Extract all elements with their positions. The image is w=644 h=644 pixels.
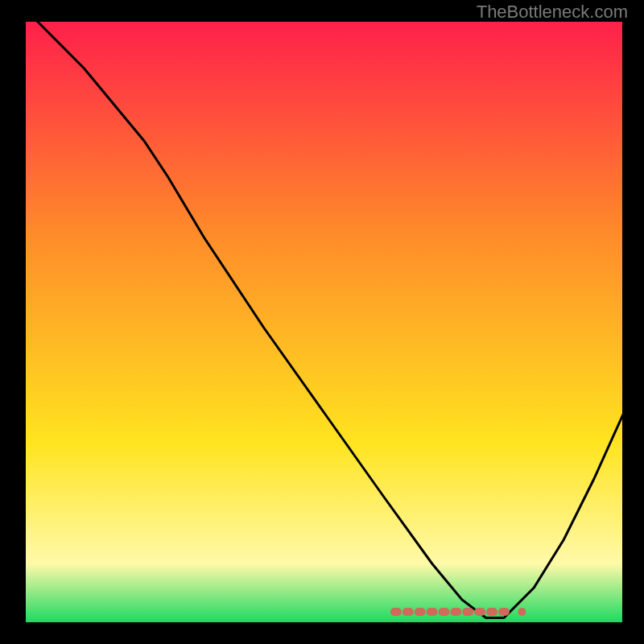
bottleneck-chart: TheBottleneck.com: [0, 0, 644, 644]
optimal-marker: [390, 608, 402, 616]
optimal-range-markers: [390, 608, 526, 616]
optimal-marker: [450, 608, 461, 616]
optimal-marker: [518, 608, 526, 616]
optimal-marker: [415, 608, 426, 616]
optimal-marker: [462, 608, 473, 616]
chart-svg: [0, 0, 644, 644]
optimal-marker: [498, 608, 510, 616]
watermark-text: TheBottleneck.com: [477, 2, 628, 23]
optimal-marker: [486, 608, 497, 616]
optimal-marker: [402, 608, 414, 616]
optimal-marker: [474, 608, 485, 616]
optimal-marker: [427, 608, 438, 616]
chart-background-gradient: [24, 20, 624, 624]
optimal-marker: [439, 608, 450, 616]
